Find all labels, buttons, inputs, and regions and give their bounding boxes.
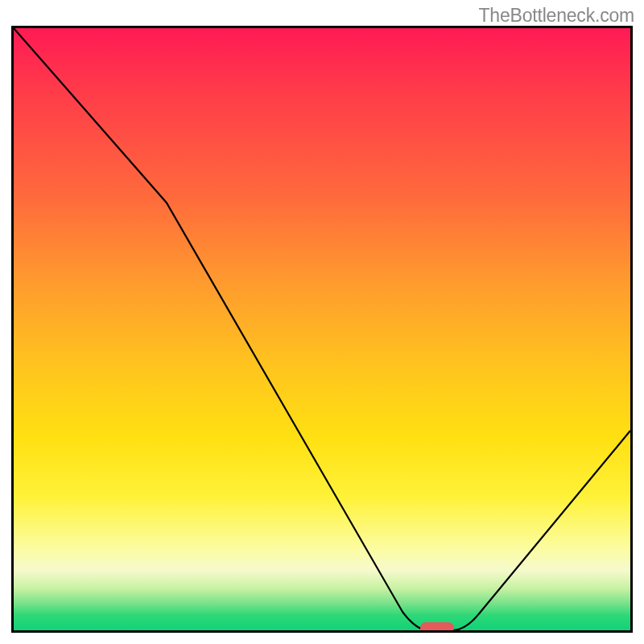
watermark-text: TheBottleneck.com [479,5,634,27]
plot-frame [11,26,633,633]
chart-container: TheBottleneck.com [0,0,644,644]
optimum-marker [420,622,454,630]
bottleneck-curve [14,28,630,630]
plot-svg [14,28,630,630]
